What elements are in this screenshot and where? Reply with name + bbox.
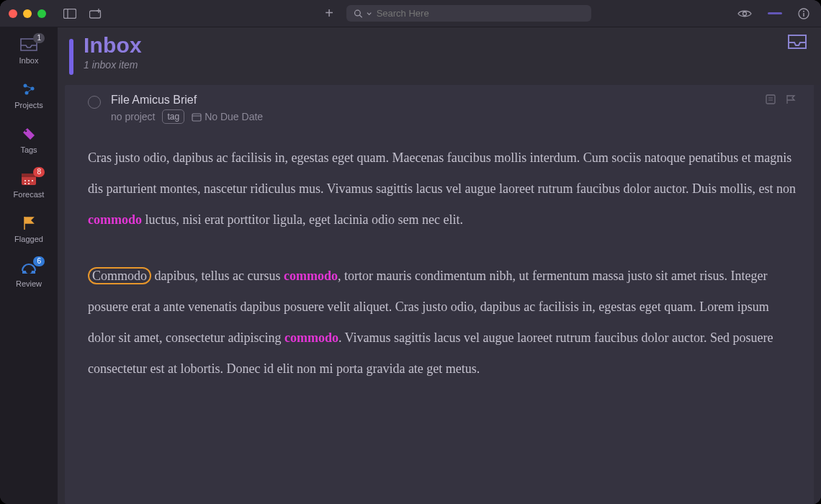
view-options-icon[interactable]: [735, 7, 755, 20]
sidebar-item-forecast[interactable]: 8 Forecast: [0, 167, 58, 202]
sidebar-item-review[interactable]: 6 Review: [0, 256, 58, 291]
toggle-sidebar-icon[interactable]: [60, 7, 79, 20]
sidebar-item-inbox[interactable]: 1 Inbox: [0, 33, 58, 68]
quick-entry-icon[interactable]: [86, 7, 105, 20]
sidebar-item-label: Projects: [14, 101, 43, 109]
svg-point-9: [803, 10, 804, 12]
highlight-match: commodo: [284, 330, 338, 345]
task-due[interactable]: No Due Date: [192, 111, 263, 122]
app-window: + 1 Inbox: [0, 0, 821, 504]
search-field[interactable]: [346, 5, 591, 22]
svg-point-18: [28, 180, 30, 181]
accent-bar: [69, 39, 73, 75]
info-icon[interactable]: [795, 6, 812, 21]
sidebar-item-label: Forecast: [14, 190, 45, 199]
task-tag-chip[interactable]: tag: [162, 109, 184, 124]
note-text: dapibus, tellus ac cursus: [151, 269, 284, 283]
svg-point-21: [28, 183, 30, 184]
note-paragraph: Cras justo odio, dapibus ac facilisis in…: [88, 143, 797, 236]
close-window-button[interactable]: [9, 9, 17, 18]
sidebar-item-label: Review: [16, 279, 42, 288]
titlebar-center: +: [184, 5, 727, 22]
window-controls: [9, 9, 46, 18]
chevron-down-icon: [367, 11, 372, 17]
svg-point-5: [354, 10, 360, 16]
svg-point-20: [24, 183, 26, 184]
flag-outline-icon[interactable]: [785, 94, 797, 105]
perspective-header: Inbox 1 inbox item: [58, 27, 821, 85]
page-title: Inbox: [84, 33, 142, 58]
task-scroll[interactable]: File Amicus Brief no project tag No Due …: [65, 85, 814, 504]
highlight-match: commodo: [88, 212, 142, 227]
flag-icon: [22, 215, 36, 231]
sidebar-item-label: Inbox: [19, 56, 39, 65]
svg-point-14: [25, 130, 27, 132]
projects-icon: [21, 81, 37, 97]
accent-indicator: [768, 12, 782, 14]
svg-point-19: [32, 180, 33, 181]
titlebar: +: [0, 0, 821, 27]
sidebar-item-flagged[interactable]: Flagged: [0, 212, 58, 246]
note-text: Cras justo odio, dapibus ac facilisis in…: [88, 150, 796, 196]
task-meta: no project tag No Due Date: [111, 109, 263, 124]
task-area: File Amicus Brief no project tag No Due …: [65, 85, 821, 504]
svg-rect-0: [64, 9, 76, 18]
sidebar: 1 Inbox Projects Tags 8: [0, 27, 58, 504]
forecast-badge: 8: [33, 167, 45, 177]
search-icon: [354, 9, 363, 19]
sidebar-item-label: Tags: [20, 145, 37, 154]
sidebar-item-projects[interactable]: Projects: [0, 78, 58, 112]
body: 1 Inbox Projects Tags 8: [0, 27, 821, 504]
svg-point-17: [24, 180, 26, 181]
inbox-badge: 1: [33, 33, 45, 43]
highlight-match: commodo: [284, 269, 338, 283]
tags-icon: [21, 126, 37, 142]
task-project[interactable]: no project: [111, 111, 155, 122]
note-text: luctus, nisi erat porttitor ligula, eget…: [142, 212, 463, 227]
calendar-icon: [192, 112, 202, 122]
review-badge: 6: [33, 256, 45, 266]
search-input[interactable]: [377, 8, 584, 19]
cleanup-inbox-icon[interactable]: [786, 33, 808, 50]
sidebar-item-label: Flagged: [14, 235, 43, 243]
svg-line-6: [359, 14, 362, 17]
task-note[interactable]: Cras justo odio, dapibus ac facilisis in…: [88, 143, 797, 384]
task-header: File Amicus Brief no project tag No Due …: [88, 94, 797, 124]
task-checkbox[interactable]: [88, 96, 101, 109]
main: Inbox 1 inbox item File Amicus Brief: [58, 27, 821, 504]
note-paragraph: Commodo dapibus, tellus ac cursus commod…: [88, 261, 797, 385]
svg-rect-22: [192, 114, 201, 121]
zoom-window-button[interactable]: [37, 9, 46, 18]
find-selection: Commodo: [88, 267, 151, 284]
svg-point-7: [743, 12, 747, 15]
task-due-label: No Due Date: [205, 111, 263, 122]
sidebar-item-tags[interactable]: Tags: [0, 122, 58, 157]
titlebar-right: [735, 6, 812, 21]
task-title[interactable]: File Amicus Brief: [111, 94, 263, 107]
page-subtitle: 1 inbox item: [84, 59, 142, 71]
note-icon[interactable]: [765, 94, 776, 105]
minimize-window-button[interactable]: [23, 9, 32, 18]
new-item-button[interactable]: +: [320, 5, 338, 22]
svg-rect-24: [766, 95, 775, 104]
scrollbar-track[interactable]: [814, 85, 821, 504]
